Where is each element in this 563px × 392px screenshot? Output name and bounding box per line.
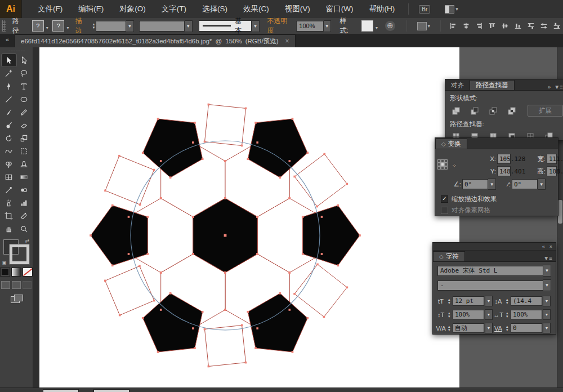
menu-item[interactable]: 帮助(H) [361,0,403,18]
menu-item[interactable]: 文件(F) [30,0,70,18]
opacity-panel-link[interactable]: 不透明度 [267,16,293,36]
stroke-color-well[interactable]: ? ▾ [52,20,64,32]
rotate-dropdown-button[interactable]: ▼ [488,179,496,190]
menu-item[interactable]: 文字(T) [154,0,194,18]
pen-tool[interactable] [2,80,16,92]
tracking-field[interactable]: 0 [511,323,542,333]
panel-menu-icon[interactable]: ▼≡ [554,84,563,90]
font-style-field[interactable]: - [437,280,543,291]
selection-tool[interactable] [2,54,16,66]
horizontal-scale-field[interactable]: 100% [511,310,542,319]
kerning-stepper[interactable]: ▴▾ [448,325,451,332]
status-artboard-field[interactable] [93,389,129,392]
brush-definition-field[interactable]: 基本 [199,20,252,32]
shape-builder-tool[interactable] [2,158,16,170]
font-family-dropdown-button[interactable]: ▼ [543,265,551,277]
soccer-ball-artwork[interactable] [39,47,459,387]
artboard-tool[interactable] [2,210,16,222]
symbol-sprayer-tool[interactable] [2,197,16,209]
dist-center-v-button[interactable] [539,21,548,31]
color-button[interactable] [0,268,10,277]
magic-wand-tool[interactable] [2,67,16,79]
free-transform-tool[interactable] [17,145,32,157]
paintbrush-tool[interactable] [2,106,16,118]
workspace-switcher-button[interactable]: ▾ [445,5,458,14]
slice-tool[interactable] [17,210,32,222]
collapse-tools-button[interactable]: « [0,36,15,47]
close-icon[interactable]: × [285,37,289,45]
opacity-dropdown-button[interactable]: ▼ [324,20,331,32]
bridge-launcher-button[interactable]: Br [419,5,430,14]
align-center-h-button[interactable] [461,21,471,31]
vertical-scale-stepper[interactable]: ▴▾ [448,311,451,318]
kerning-field[interactable]: 自动 [453,323,484,333]
menu-item[interactable]: 视图(V) [277,0,318,18]
tracking-dropdown-button[interactable]: ▼ [543,323,551,333]
type-tool[interactable] [17,80,32,92]
variable-width-dropdown-button[interactable]: ▼ [185,20,192,32]
perspective-grid-tool[interactable] [17,158,32,170]
stroke-weight-field[interactable] [96,21,126,32]
opacity-field[interactable]: 100% [296,21,323,32]
brush-definition-dropdown-button[interactable]: ▼ [252,20,259,32]
stroke-weight-dropdown-button[interactable]: ▼ [126,20,133,32]
artboard-canvas[interactable] [39,47,459,387]
drag-grip-icon[interactable] [2,20,6,32]
menu-item[interactable]: 效果(C) [235,0,277,18]
menu-item[interactable]: 窗口(W) [318,0,361,18]
screen-mode-button[interactable] [11,295,22,303]
draw-inside-button[interactable] [23,281,32,289]
height-field[interactable]: 108.286 [547,166,557,176]
align-left-button[interactable] [448,21,458,31]
width-tool[interactable] [2,145,16,157]
select-similar-button[interactable]: ▾ [417,22,431,30]
align-pixel-checkbox[interactable] [441,207,448,214]
unite-button[interactable] [449,105,463,117]
scale-tool[interactable] [17,132,32,144]
dist-top-button[interactable] [526,21,535,31]
menu-item[interactable]: 对象(O) [111,0,154,18]
vertical-scale-field[interactable]: 100% [453,310,484,319]
graphic-style-well[interactable]: ▾ [361,20,373,32]
variable-width-profile-field[interactable] [139,21,185,32]
align-top-button[interactable] [487,21,497,31]
menu-item[interactable]: 编辑(E) [70,0,111,18]
stroke-panel-link[interactable]: 描边 [75,16,88,36]
font-family-field[interactable]: Adobe 宋体 Std L [437,266,543,276]
draw-behind-button[interactable] [12,281,21,289]
panel-collapse-icon[interactable]: « [542,244,545,250]
font-style-dropdown-button[interactable]: ▼ [543,279,551,291]
shear-field[interactable]: 0° [512,179,538,189]
shear-dropdown-button[interactable]: ▼ [538,179,546,190]
eraser-tool[interactable] [17,119,32,131]
width-field[interactable]: 111.735 [547,154,557,164]
hand-tool[interactable] [2,222,16,235]
none-button[interactable] [23,268,33,277]
fill-color-well[interactable]: ? ▾ [32,20,44,32]
gradient-tool[interactable] [17,171,32,183]
panel-menu-icon[interactable]: ▼≡ [543,255,552,261]
tab-character[interactable]: ◇ 字符 [433,251,465,261]
dist-bottom-button[interactable] [552,21,561,31]
reference-point-locator[interactable] [437,159,449,171]
column-graph-tool[interactable] [17,197,32,209]
font-size-dropdown-button[interactable]: ▼ [485,296,493,306]
y-field[interactable]: 148.401 [497,166,511,176]
blend-tool[interactable] [17,184,32,196]
vertical-scale-dropdown-button[interactable]: ▼ [485,309,493,320]
lasso-tool[interactable] [17,67,32,79]
leading-stepper[interactable]: ▴▾ [506,298,509,305]
align-middle-button[interactable] [500,21,510,31]
leading-dropdown-button[interactable]: ▼ [543,296,551,306]
stroke-proxy[interactable] [10,244,29,264]
scale-strokes-checkbox[interactable]: ✓ [441,195,448,203]
gradient-button[interactable] [11,268,21,277]
align-bottom-button[interactable] [513,21,522,31]
horizontal-scale-stepper[interactable]: ▴▾ [506,311,509,318]
panel-expand-icon[interactable]: » [548,84,551,90]
zoom-tool[interactable] [17,222,32,235]
close-icon[interactable]: × [549,244,552,250]
status-zoom-field[interactable] [43,389,79,392]
blob-brush-tool[interactable] [2,119,16,131]
tab-transform[interactable]: ◇ 变换 [435,139,467,149]
